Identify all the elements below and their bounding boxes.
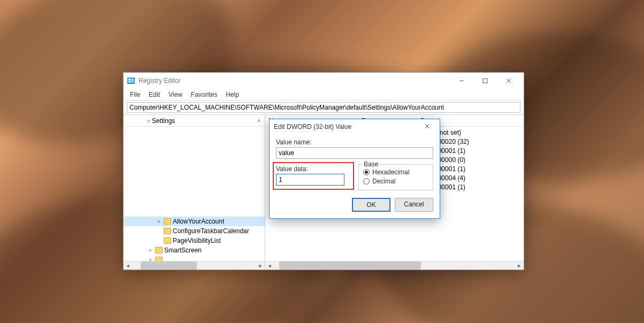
address-bar [124,101,524,115]
radio-hexadecimal[interactable]: Hexadecimal [363,168,428,176]
scrollbar-thumb[interactable] [279,262,421,270]
values-scrollbar[interactable]: ◄ ► [265,261,524,270]
svg-rect-1 [128,79,131,80]
window-titlebar[interactable]: Registry Editor [124,73,524,89]
base-label: Base [362,160,380,168]
tree-item-label: PageVisibilityList [173,237,221,244]
tree-item[interactable]: >SmartScreen [124,245,265,255]
folder-icon [164,237,171,244]
chevron-icon: > [147,248,154,253]
menu-favorites[interactable]: Favorites [187,90,221,99]
dialog-title-text: Edit DWORD (32-bit) Value [274,123,419,130]
minimize-button[interactable] [450,73,473,89]
ok-button[interactable]: OK [352,198,390,212]
chevron-icon: v [156,219,162,224]
tree-scrollbar[interactable]: ◄ ► [124,261,265,270]
radio-dec-label: Decimal [372,178,395,185]
menu-edit[interactable]: Edit [144,90,164,99]
tree-item[interactable]: PageVisibilityList [124,236,265,245]
tree-pane[interactable]: v Settings ∧ vAllowYourAccountConfigureT… [124,115,265,270]
scrollbar-thumb[interactable] [141,262,197,270]
value-data-label: Value data: [276,165,351,173]
svg-rect-2 [128,81,131,82]
base-groupbox: Base Hexadecimal Decimal [358,164,433,190]
tree-item-label: AllowYourAccount [173,218,224,225]
value-data-highlight: Value data: [273,162,354,190]
menu-help[interactable]: Help [221,90,243,99]
radio-icon [363,178,370,184]
window-title: Registry Editor [139,77,450,84]
menu-bar: File Edit View Favorites Help [124,89,524,101]
close-button[interactable] [497,73,520,89]
folder-icon [164,218,171,225]
address-input[interactable] [127,102,520,113]
menu-file[interactable]: File [126,90,144,99]
value-data-input[interactable] [276,174,344,186]
scroll-left-icon[interactable]: ◄ [124,262,132,270]
radio-decimal[interactable]: Decimal [363,178,428,185]
cancel-button[interactable]: Cancel [395,198,433,212]
dialog-titlebar[interactable]: Edit DWORD (32-bit) Value [270,119,440,134]
scroll-right-icon[interactable]: ► [515,262,524,270]
tree-item[interactable]: ConfigureTaskbarCalendar [124,226,265,236]
scroll-right-icon[interactable]: ► [256,262,265,270]
tree-column-header[interactable]: v Settings ∧ [124,115,265,127]
edit-dword-dialog: Edit DWORD (32-bit) Value Value name: Va… [269,119,440,219]
tree-item-label: ConfigureTaskbarCalendar [173,227,249,235]
radio-hex-label: Hexadecimal [372,168,409,176]
tree-item-label: SmartScreen [164,247,202,254]
radio-icon [363,169,370,175]
folder-icon [164,228,171,234]
svg-rect-5 [483,79,487,83]
value-name-input[interactable] [276,147,433,159]
sort-indicator-icon: ∧ [257,118,260,123]
scroll-left-icon[interactable]: ◄ [265,262,274,270]
svg-rect-3 [131,79,134,82]
maximize-button[interactable] [473,73,497,89]
tree-item[interactable]: vAllowYourAccount [124,217,265,226]
chevron-down-icon: v [145,118,152,124]
value-name-label: Value name: [276,139,433,146]
dialog-close-button[interactable] [419,123,435,130]
folder-icon [155,247,163,253]
menu-view[interactable]: View [164,90,187,99]
tree-header-label: Settings [152,117,175,125]
regedit-icon [127,76,135,85]
